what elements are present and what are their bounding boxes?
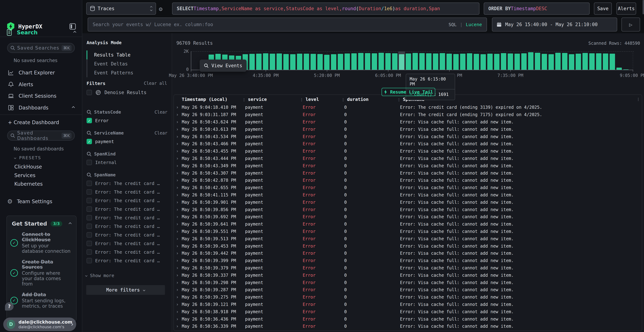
histogram-bar[interactable]	[256, 54, 262, 70]
col-level[interactable]: ⋮level	[300, 97, 341, 102]
table-row[interactable]: ›May 26 8:50:38.918 PMpaymentError0Error…	[174, 308, 642, 315]
table-row[interactable]: ›May 26 8:50:42.878 PMpaymentError0Error…	[174, 177, 642, 184]
histogram-bar[interactable]	[351, 53, 357, 70]
denoise-results-checkbox[interactable]: Denoise Results	[86, 90, 146, 95]
save-button[interactable]: Save	[594, 2, 612, 15]
histogram-bar[interactable]	[453, 54, 459, 70]
histogram-bar[interactable]	[426, 53, 432, 70]
get-started-item[interactable]: ✓Connect to ClickHouseSet up your databa…	[7, 228, 76, 256]
histogram-bar[interactable]	[596, 53, 602, 70]
histogram-bar[interactable]	[310, 54, 316, 70]
source-select[interactable]: Traces	[86, 2, 156, 15]
expand-row-icon[interactable]: ›	[174, 163, 182, 168]
histogram-bar[interactable]	[610, 54, 615, 70]
search-icon[interactable]	[86, 110, 92, 115]
expand-row-icon[interactable]: ›	[174, 236, 182, 241]
histogram-bar[interactable]	[555, 53, 561, 70]
more-filters-button[interactable]: More filters	[86, 285, 165, 295]
expand-row-icon[interactable]: ›	[174, 134, 182, 139]
histogram-bar[interactable]	[270, 54, 275, 70]
table-row[interactable]: ›May 26 8:50:43.624 PMpaymentError0Error…	[174, 118, 642, 126]
table-row[interactable]: ›May 26 8:50:39.379 PMpaymentError0Error…	[174, 264, 642, 272]
col-duration[interactable]: ⋮duration	[341, 97, 397, 102]
histogram-bar[interactable]	[576, 54, 581, 70]
filter-option[interactable]: Error: The credit card …	[86, 224, 168, 229]
expand-row-icon[interactable]: ›	[174, 185, 182, 190]
histogram-bar[interactable]	[399, 54, 404, 70]
table-row[interactable]: ›May 26 8:50:43.534 PMpaymentError0Error…	[174, 133, 642, 140]
sidebar-item-client-sessions[interactable]: Client Sessions	[0, 92, 82, 100]
event-search-input[interactable]: Search your events w/ Lucene ex. column:…	[88, 18, 487, 32]
expand-row-icon[interactable]: ›	[174, 200, 182, 205]
table-row[interactable]: ›May 26 8:50:39.275 PMpaymentError0Error…	[174, 294, 642, 301]
get-started-item[interactable]: ✓Add DataStart sending logs, metrics, or…	[7, 288, 76, 310]
expand-row-icon[interactable]: ›	[174, 178, 182, 183]
table-row[interactable]: ›May 26 8:50:43.466 PMpaymentError0Error…	[174, 140, 642, 148]
expand-row-icon[interactable]: ›	[174, 251, 182, 256]
histogram-bar[interactable]	[297, 54, 302, 70]
histogram-bar[interactable]	[385, 53, 391, 70]
collapse-chevron-icon[interactable]	[72, 106, 75, 109]
expand-row-icon[interactable]: ›	[174, 105, 182, 110]
filter-option[interactable]: Error: The credit card …	[86, 241, 168, 246]
analysis-mode-event-patterns[interactable]: Event Patterns	[86, 68, 165, 77]
histogram-bar[interactable]	[317, 54, 323, 70]
filter-option[interactable]: Internal	[86, 160, 168, 165]
histogram-bar[interactable]	[542, 54, 547, 70]
histogram-bar[interactable]	[480, 54, 486, 70]
table-row[interactable]: ›May 26 8:50:39.551 PMpaymentError0Error…	[174, 228, 642, 235]
saved-dashboards-input[interactable]: Saved Dashboards ⌘K	[7, 130, 75, 140]
expand-row-icon[interactable]: ›	[174, 214, 182, 219]
expand-row-icon[interactable]: ›	[174, 280, 182, 285]
filter-option[interactable]: ✓Error	[86, 118, 168, 123]
expand-row-icon[interactable]: ›	[174, 258, 182, 263]
sidebar-item-search[interactable]: Search	[0, 27, 82, 38]
table-row[interactable]: ›May 26 8:50:43.455 PMpaymentError0Error…	[174, 148, 642, 155]
show-more-button[interactable]: Show more	[86, 273, 114, 278]
table-row[interactable]: ›May 26 9:04:18.410 PMpaymentError0Error…	[174, 104, 642, 111]
expand-row-icon[interactable]: ›	[174, 127, 182, 132]
expand-row-icon[interactable]: ›	[174, 309, 182, 314]
expand-row-icon[interactable]: ›	[174, 294, 182, 300]
table-options-icon[interactable]: ⋮	[636, 97, 639, 102]
histogram-bar[interactable]	[603, 54, 608, 70]
histogram-bar[interactable]	[508, 54, 513, 70]
histogram-bar[interactable]	[392, 53, 398, 70]
alerts-button[interactable]: Alerts	[616, 2, 636, 15]
filter-option[interactable]: Error: The credit card …	[86, 189, 168, 194]
histogram-bar[interactable]	[365, 53, 370, 70]
histogram-bar[interactable]	[372, 53, 377, 70]
col-timestamp[interactable]: Timestamp (Local)	[182, 97, 242, 102]
filter-option[interactable]: ✓payment	[86, 139, 168, 144]
sql-mode-toggle[interactable]: SQL	[448, 22, 456, 27]
table-row[interactable]: ›May 26 8:50:41.115 PMpaymentError0Error…	[174, 192, 642, 199]
page-scrollbar-thumb[interactable]	[642, 0, 644, 14]
expand-row-icon[interactable]: ›	[174, 302, 182, 307]
sidebar-item-alerts[interactable]: Alerts	[0, 80, 82, 89]
collapse-chevron-icon[interactable]	[73, 31, 76, 34]
histogram-bar[interactable]	[446, 54, 452, 70]
table-row[interactable]: ›May 26 8:50:43.307 PMpaymentError0Error…	[174, 170, 642, 177]
expand-row-icon[interactable]: ›	[174, 222, 182, 227]
histogram-bar[interactable]	[249, 54, 255, 70]
sql-select-input[interactable]: SELECT Timestamp, ServiceName as service…	[172, 2, 480, 15]
histogram-bar[interactable]	[433, 54, 438, 70]
table-row[interactable]: ›May 26 8:50:39.298 PMpaymentError0Error…	[174, 279, 642, 286]
histogram-bar[interactable]	[582, 53, 588, 70]
expand-row-icon[interactable]: ›	[174, 316, 182, 322]
table-row[interactable]: ›May 26 8:50:43.349 PMpaymentError0Error…	[174, 162, 642, 170]
table-row[interactable]: ›May 26 8:50:43.613 PMpaymentError0Error…	[174, 126, 642, 133]
table-row[interactable]: ›May 26 8:50:42.655 PMpaymentError0Error…	[174, 184, 642, 192]
filter-clear-button[interactable]: Clear	[154, 110, 168, 115]
histogram-bar[interactable]	[548, 54, 554, 70]
table-row[interactable]: ›May 26 8:50:43.444 PMpaymentError0Error…	[174, 155, 642, 162]
analysis-mode-results-table[interactable]: Results Table	[86, 50, 165, 60]
table-row[interactable]: ›May 26 8:50:39.856 PMpaymentError0Error…	[174, 206, 642, 213]
expand-row-icon[interactable]: ›	[174, 273, 182, 278]
date-range-picker[interactable]: May 26 15:40:00 - May 26 21:10:00	[492, 18, 617, 32]
table-row[interactable]: ›May 26 8:50:39.692 PMpaymentError0Error…	[174, 213, 642, 220]
histogram-bar[interactable]	[358, 53, 364, 70]
search-icon[interactable]	[86, 152, 92, 156]
histogram-bar[interactable]	[474, 54, 479, 70]
histogram-bar[interactable]	[406, 54, 411, 70]
